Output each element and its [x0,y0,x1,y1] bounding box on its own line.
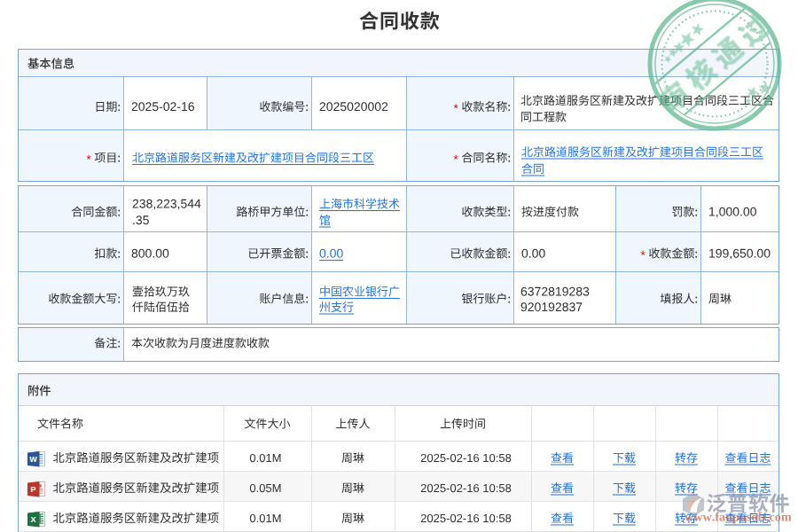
svg-text:X: X [31,515,36,524]
svg-text:W: W [29,455,37,464]
svg-text:P: P [31,485,36,494]
